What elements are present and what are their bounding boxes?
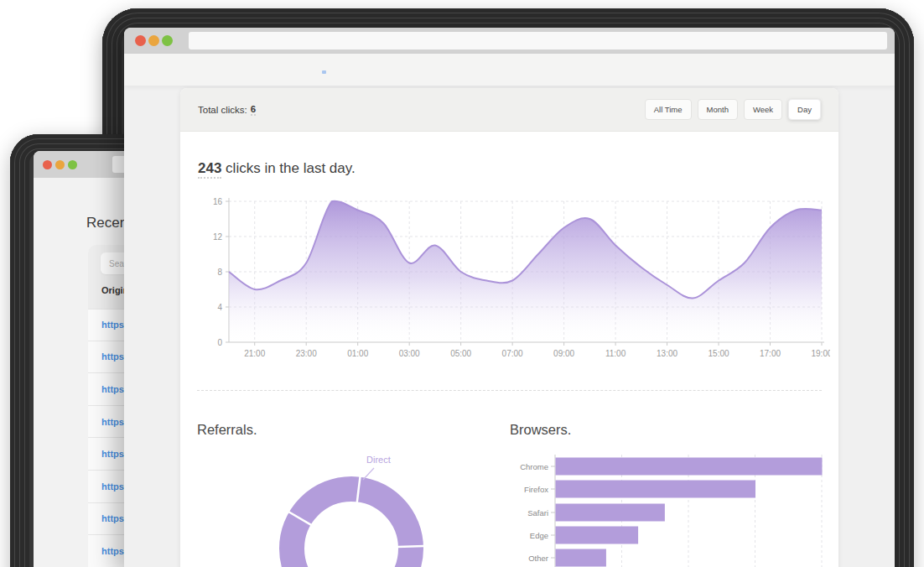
filter-all-time-button[interactable]: All Time	[645, 99, 692, 120]
referrals-section-title: Referrals.	[197, 422, 257, 438]
svg-text:8: 8	[217, 268, 222, 277]
svg-text:0: 0	[217, 338, 222, 347]
svg-text:Chrome: Chrome	[520, 462, 548, 471]
total-clicks-value: 6	[251, 104, 256, 116]
svg-text:11:00: 11:00	[605, 349, 626, 358]
svg-text:03:00: 03:00	[399, 349, 420, 358]
svg-text:Direct: Direct	[366, 455, 391, 465]
front-window-content: Total clicks: 6 All Time Month Week Day …	[124, 54, 895, 567]
minimize-button-icon[interactable]	[55, 160, 65, 169]
front-browser-toolbar	[124, 28, 895, 54]
svg-text:23:00: 23:00	[296, 349, 317, 358]
close-button-icon[interactable]	[135, 35, 146, 46]
svg-text:Other: Other	[528, 554, 548, 563]
analytics-card-header: Total clicks: 6 All Time Month Week Day	[180, 88, 838, 132]
total-clicks-label: Total clicks:	[198, 105, 247, 115]
svg-text:Safari: Safari	[527, 508, 548, 518]
svg-text:01:00: 01:00	[347, 349, 368, 358]
svg-text:09:00: 09:00	[553, 349, 574, 358]
filter-week-button[interactable]: Week	[744, 99, 782, 120]
svg-text:12: 12	[213, 232, 223, 242]
svg-text:17:00: 17:00	[760, 349, 781, 358]
maximize-button-icon[interactable]	[68, 160, 77, 169]
filter-month-button[interactable]: Month	[698, 99, 738, 120]
referrals-donut-chart: Direct	[273, 446, 457, 567]
section-divider	[197, 390, 822, 391]
clicks-area-chart: 21:0023:0001:0003:0005:0007:0009:0011:00…	[189, 193, 830, 365]
minimize-button-icon[interactable]	[148, 35, 159, 46]
front-url-bar[interactable]	[189, 32, 887, 49]
browsers-bar-chart: ChromeFirefoxSafariEdgeOther	[511, 453, 830, 567]
time-filter-group: All Time Month Week Day	[645, 99, 821, 120]
svg-text:Edge: Edge	[530, 531, 548, 540]
clicks-headline-text: clicks in the last day.	[221, 160, 355, 176]
svg-text:Firefox: Firefox	[524, 485, 548, 494]
clicks-count: 243	[198, 160, 221, 179]
svg-text:4: 4	[217, 303, 222, 312]
close-button-icon[interactable]	[43, 160, 52, 169]
filter-day-button[interactable]: Day	[788, 99, 821, 120]
front-browser-window: Total clicks: 6 All Time Month Week Day …	[124, 28, 895, 567]
svg-text:07:00: 07:00	[502, 349, 523, 358]
maximize-button-icon[interactable]	[162, 35, 173, 46]
clicks-headline: 243 clicks in the last day.	[198, 160, 356, 177]
nav-logo-dot-icon	[322, 70, 326, 74]
svg-text:19:00: 19:00	[811, 349, 830, 358]
analytics-card: Total clicks: 6 All Time Month Week Day …	[180, 88, 838, 567]
svg-text:21:00: 21:00	[244, 349, 265, 358]
svg-text:15:00: 15:00	[709, 349, 729, 358]
svg-text:16: 16	[213, 197, 223, 206]
svg-text:05:00: 05:00	[450, 349, 471, 358]
app-navbar	[124, 54, 895, 86]
svg-text:13:00: 13:00	[657, 349, 677, 358]
browsers-section-title: Browsers.	[510, 422, 571, 438]
